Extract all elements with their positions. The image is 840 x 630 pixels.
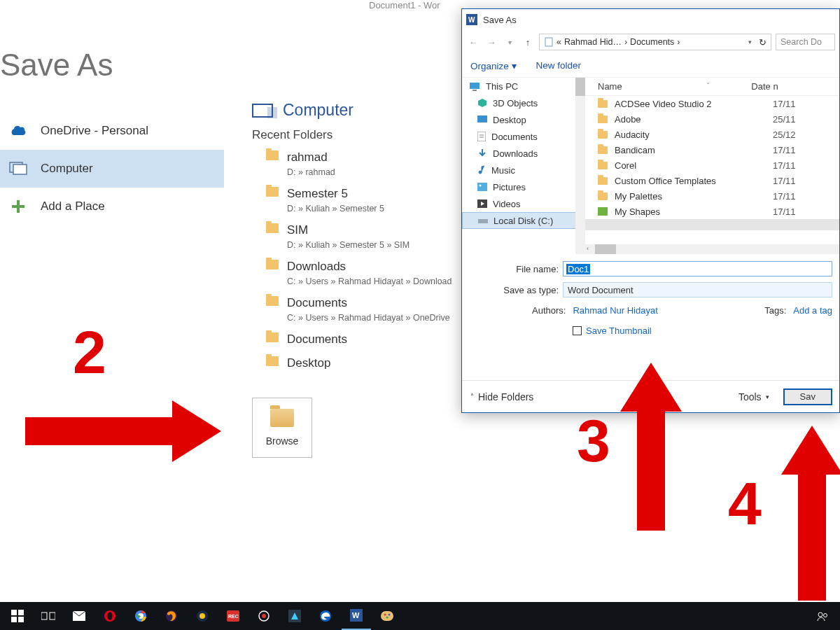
svg-text:W: W <box>352 611 360 620</box>
tree-label: Pictures <box>493 182 526 192</box>
authors-value[interactable]: Rahmad Nur Hidayat <box>573 305 657 316</box>
recent-folder-name: SIM <box>287 223 410 237</box>
taskbar-taskview[interactable] <box>34 602 63 630</box>
tree-item-videos[interactable]: Videos <box>462 195 584 212</box>
taskbar-rec[interactable]: REC <box>218 602 248 630</box>
taskbar-edge[interactable] <box>311 602 340 630</box>
sidebar-item-add-place[interactable]: Add a Place <box>0 188 224 225</box>
folder-icon <box>598 115 608 123</box>
computer-large-icon <box>252 104 273 118</box>
nav-back-icon[interactable]: ← <box>466 37 480 48</box>
save-as-sidebar: OneDrive - Personal Computer Add a Place <box>0 112 224 225</box>
filename-input[interactable]: Doc1 <box>563 261 832 276</box>
nav-up-icon[interactable]: ↑ <box>521 37 535 48</box>
refresh-icon[interactable]: ↻ <box>759 37 766 48</box>
videos-icon <box>477 200 487 208</box>
nav-recent-icon[interactable]: ▾ <box>503 38 517 46</box>
dialog-titlebar: W Save As <box>462 9 839 30</box>
svg-point-37 <box>262 614 266 618</box>
folder-open-icon <box>270 409 294 427</box>
file-name: Custom Office Templates <box>615 176 766 186</box>
taskbar: REC W <box>0 602 840 630</box>
saveastype-label: Save as type: <box>469 285 559 295</box>
taskbar-app-2[interactable] <box>280 602 309 630</box>
save-button[interactable]: Sav <box>783 388 832 405</box>
file-row[interactable]: Audacity25/12 <box>585 127 839 142</box>
svg-rect-18 <box>478 219 488 223</box>
file-date: 17/11 <box>773 206 796 217</box>
tree-item-downloads[interactable]: Downloads <box>462 145 584 162</box>
tree-label: Documents <box>491 132 538 142</box>
tree-item-local-disk[interactable]: Local Disk (C:)▾ <box>462 212 584 229</box>
nav-forward-icon[interactable]: → <box>484 37 498 48</box>
files-scrollbar[interactable]: ‹ <box>585 244 839 254</box>
hide-folders-button[interactable]: ˄ Hide Folders <box>470 391 533 402</box>
taskbar-chrome[interactable] <box>126 602 155 630</box>
scroll-left-icon[interactable]: ‹ <box>587 245 589 252</box>
taskbar-mail[interactable] <box>64 602 94 630</box>
svg-rect-19 <box>598 207 608 216</box>
saveastype-dropdown[interactable]: Word Document <box>563 282 832 298</box>
save-thumbnail-checkbox[interactable] <box>573 326 582 335</box>
file-name: Bandicam <box>615 145 766 155</box>
taskbar-record-circle[interactable] <box>249 602 279 630</box>
file-row[interactable]: Bandicam17/11 <box>585 142 839 158</box>
file-row[interactable]: Corel17/11 <box>585 158 839 173</box>
scrollbar-thumb[interactable] <box>575 78 585 96</box>
file-date: 17/11 <box>773 160 796 171</box>
file-row[interactable]: Adobe25/11 <box>585 111 839 127</box>
chevron-up-icon: ˄ <box>470 393 474 400</box>
save-thumbnail-label: Save Thumbnail <box>586 326 652 336</box>
folder-icon <box>598 177 608 185</box>
file-list-header[interactable]: Name ˆ Date n <box>585 78 839 96</box>
annotation-number-2: 2 <box>73 318 106 387</box>
taskbar-start[interactable] <box>3 602 32 630</box>
tree-item-desktop[interactable]: Desktop <box>462 111 584 128</box>
tree-item-music[interactable]: Music <box>462 162 584 178</box>
taskbar-paint[interactable] <box>372 602 402 630</box>
taskbar-people[interactable] <box>808 602 837 630</box>
tree-item-pictures[interactable]: Pictures <box>462 178 584 195</box>
column-date[interactable]: Date n <box>751 81 778 92</box>
app-title: Document1 - Wor <box>369 0 440 10</box>
breadcrumb-part[interactable]: Documents <box>630 37 674 47</box>
svg-rect-11 <box>477 132 486 141</box>
svg-text:REC: REC <box>228 614 239 619</box>
svg-rect-3 <box>12 205 24 208</box>
tree-scrollbar[interactable] <box>575 78 585 254</box>
tree-item-documents[interactable]: Documents <box>462 128 584 145</box>
sidebar-item-computer[interactable]: Computer <box>0 150 224 188</box>
recent-folder-path: D: » Kuliah » Semester 5 » SIM <box>287 240 410 250</box>
taskbar-app-1[interactable] <box>188 602 217 630</box>
file-row[interactable]: My Palettes17/11 <box>585 188 839 204</box>
organize-menu[interactable]: Organize ▾ <box>470 60 517 71</box>
taskbar-opera[interactable] <box>95 602 125 630</box>
file-row[interactable] <box>585 219 839 230</box>
3d-icon <box>477 98 487 108</box>
breadcrumb-dropdown-icon[interactable]: ▾ <box>748 38 752 46</box>
browse-button[interactable]: Browse <box>252 398 312 458</box>
scrollbar-thumb[interactable] <box>595 244 616 254</box>
folder-icon <box>598 131 608 139</box>
tree-item-this-pc[interactable]: This PC <box>462 78 584 94</box>
file-row[interactable]: ACDSee Video Studio 217/11 <box>585 96 839 111</box>
svg-rect-6 <box>545 38 552 46</box>
breadcrumb-part[interactable]: Rahmad Hid… <box>564 37 622 47</box>
search-input[interactable]: Search Do <box>776 34 835 50</box>
svg-point-44 <box>384 614 386 616</box>
tools-menu[interactable]: Tools ▾ <box>738 391 769 402</box>
column-name[interactable]: Name <box>598 81 756 92</box>
tree-item-3d[interactable]: 3D Objects <box>462 94 584 111</box>
recent-folder-name: Semester 5 <box>287 187 384 201</box>
taskbar-firefox[interactable] <box>157 602 186 630</box>
sidebar-item-onedrive[interactable]: OneDrive - Personal <box>0 112 224 150</box>
browse-label: Browse <box>266 435 299 447</box>
file-row[interactable]: Custom Office Templates17/11 <box>585 173 839 188</box>
svg-point-46 <box>386 617 388 619</box>
taskbar-word[interactable]: W <box>342 602 371 630</box>
new-folder-button[interactable]: New folder <box>536 60 582 71</box>
word-icon: W <box>466 14 477 25</box>
tags-value[interactable]: Add a tag <box>793 305 832 316</box>
file-row[interactable]: My Shapes17/11 <box>585 204 839 219</box>
breadcrumb[interactable]: « Rahmad Hid… › Documents › ▾ ↻ <box>539 34 771 50</box>
